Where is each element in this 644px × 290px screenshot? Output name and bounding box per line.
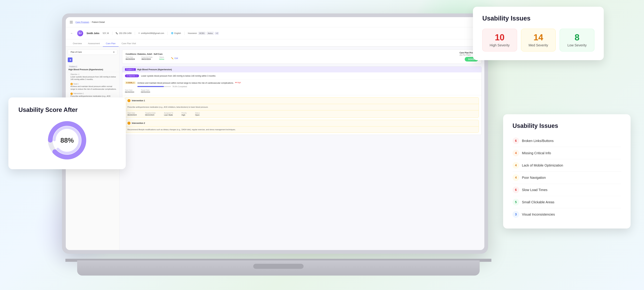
breadcrumb: Care Program / Patient Detail — [76, 21, 105, 23]
issues-list-card: Usability Issues 6 Broken Links/Buttons … — [503, 114, 630, 228]
expected-date-meta: Expected Date 06/22/2024 — [142, 56, 152, 60]
severity-med-num: 14 — [534, 33, 543, 42]
patient-email: ✉ smithjohn086@gmail.com — [138, 32, 164, 35]
laptop-wrapper: Care Program / Patient Detail ← SJ Smith… — [62, 14, 495, 275]
edit-icon: ✏️ — [171, 57, 174, 60]
patient-header: ← SJ Smith John 52Y, M 📞 202-250-1456 ✉ … — [66, 27, 484, 39]
severity-grid: 10 High Severity 14 Med Severity 8 Low S… — [482, 29, 594, 51]
edit-btn[interactable]: ✏️ Edit — [171, 56, 178, 60]
issue-count-0: 6 — [512, 137, 519, 144]
int-assigned: Assigned To Liam Malik — [164, 112, 173, 116]
severity-low-label: Low Severity — [567, 43, 587, 47]
goal-icon: G — [70, 83, 73, 85]
intervention-meta-1: Start Date 06/20/2024 Targeted Date 06/2… — [125, 110, 479, 118]
severity-med-label: Med Severity — [528, 43, 548, 47]
intervention-card-1: ! Intervention 1 Prescribe antihypertens… — [125, 97, 479, 118]
patient-age-gender: 52Y, M — [103, 32, 109, 35]
severity-low: 8 Low Severity — [560, 29, 594, 51]
intervention-title-2: Intervention 2 — [132, 122, 145, 124]
tab-assessment[interactable]: Assessment — [85, 41, 103, 47]
issue-count-6: 3 — [512, 211, 519, 218]
donut-center-text: 88% — [60, 136, 74, 144]
issue-row-2: 4 Lack of Mobile Optimization — [512, 159, 621, 172]
issue-row-1: 4 Missing Critical Info — [512, 147, 621, 159]
usability-card-title: Usability Issues — [482, 15, 594, 22]
phone-icon: 📞 — [116, 32, 118, 34]
issue-count-2: 4 — [512, 162, 519, 169]
problem-card-header: Problem-1: High Blood Pressure (Hyperten… — [122, 67, 482, 72]
intervention-header-1: ! Intervention 1 — [125, 97, 479, 104]
progress-info: Conditions: Diabetes, Adult - Self-Care … — [126, 53, 178, 60]
objective-label: Objective -1 — [70, 73, 116, 76]
email-icon: ✉ — [138, 32, 140, 34]
patient-language: 🌐 English — [171, 32, 181, 35]
patient-name: Smith John — [86, 32, 99, 35]
tabs-bar: Overview Assessment Care Plan Care Plan … — [66, 39, 484, 47]
issue-count-5: 5 — [512, 199, 519, 206]
status-meta: Status Active — [159, 56, 164, 60]
problem-1-id: Problem-1 — [68, 66, 78, 68]
donut-container: 88% — [47, 120, 87, 161]
tab-care-plan[interactable]: Care Plan — [103, 41, 118, 47]
globe-icon: 🌐 — [171, 32, 174, 34]
issue-row-4: 6 Slow Load Times — [512, 184, 621, 196]
chevron-down-icon: ▾ — [113, 51, 114, 53]
breadcrumb-link[interactable]: Care Program — [76, 21, 89, 23]
goal-priority: High — [236, 81, 241, 83]
goal-progress: 78.6% Completed — [137, 85, 234, 88]
issue-row-0: 6 Broken Links/Buttons — [512, 135, 621, 147]
tab-overview[interactable]: Overview — [70, 41, 85, 47]
emr-main: Plan of Care ▾ ◀ Problem-1 High Blood Pr… — [66, 47, 484, 250]
goal-text: Achieve and maintain blood pressure with… — [137, 81, 234, 84]
goal-1-text: Achieve and maintain blood pressure with… — [70, 85, 116, 90]
goal-meta: Start Date 06/20/2024 Target Date 09/20/… — [125, 89, 479, 93]
issue-name-1: Missing Critical Info — [522, 151, 551, 155]
laptop-base — [77, 260, 480, 275]
insurance-plus: +2 — [215, 32, 219, 35]
objective-1-text: Lower systolic blood pressure from 160 m… — [70, 76, 116, 81]
intervention-header-2: ! Intervention 2 — [125, 120, 479, 126]
issue-count-1: 4 — [512, 150, 519, 157]
hamburger-menu[interactable] — [70, 21, 73, 23]
severity-med: 14 Med Severity — [521, 29, 556, 51]
problem-1-title: High Blood Pressure (Hypertension) — [68, 68, 116, 71]
problem-1-header: Problem-1 — [68, 66, 116, 68]
usability-issues-card-top: Usability Issues 10 High Severity 14 Med… — [473, 7, 604, 60]
int-priority: Priority High — [182, 112, 187, 116]
laptop-screen-frame: Care Program / Patient Detail ← SJ Smith… — [62, 14, 488, 254]
intervention-body-1: Prescribe antihypertensive medication (e… — [125, 104, 479, 110]
divider — [168, 32, 168, 35]
laptop-screen: Care Program / Patient Detail ← SJ Smith… — [66, 17, 484, 250]
dot-high — [236, 82, 236, 83]
problem-card-title: High Blood Pressure (Hypertension) — [137, 68, 172, 71]
issue-name-4: Slow Load Times — [522, 188, 548, 192]
goal-pct: 78.6% Completed — [172, 85, 187, 88]
insurance-badge-2: Aetna — [206, 32, 214, 35]
issue-row-6: 3 Visual Inconsistencies — [512, 208, 621, 220]
right-panel: Conditions: Diabetes, Adult - Self-Care … — [120, 47, 484, 250]
donut-wrap: 88% — [18, 120, 116, 161]
insurance-badge-1: BCBS — [198, 32, 206, 35]
breadcrumb-current: Patient Detail — [92, 21, 105, 23]
int-status: Status Open — [195, 112, 200, 116]
severity-high: 10 High Severity — [482, 29, 517, 51]
goal-progress-bar — [137, 86, 171, 87]
problem-card-1: Problem-1: High Blood Pressure (Hyperten… — [122, 66, 482, 135]
goal-start-date: Start Date 06/20/2024 — [125, 89, 134, 93]
tab-care-plan-visit[interactable]: Care Plan Visit — [118, 41, 139, 47]
intervention-card-2: ! Intervention 2 Recommend lifestyle mod… — [125, 120, 479, 133]
plan-selector[interactable]: Plan of Care ▾ — [68, 49, 117, 55]
collapse-button[interactable]: ◀ — [68, 57, 72, 62]
int-targeted: Targeted Date 06/22/2024 — [145, 112, 156, 116]
intervention-icon-badge-2: ! — [128, 122, 130, 125]
int-start: Start Date 06/20/2024 — [128, 112, 137, 116]
left-objective-1: Objective -1 Lower systolic blood pressu… — [66, 72, 119, 82]
emr-app: Care Program / Patient Detail ← SJ Smith… — [66, 17, 484, 250]
objective-row: O Objective -1 Lower systolic blood pres… — [122, 72, 482, 79]
goal-badge: G GOAL-1 — [125, 81, 136, 84]
back-button[interactable]: ← — [70, 31, 74, 35]
intervention-icon-1: ! — [70, 93, 73, 95]
problem-tag: Problem-1: — [125, 68, 136, 71]
issue-name-2: Lack of Mobile Optimization — [522, 164, 563, 167]
objective-text: Lower systolic blood pressure from 160 m… — [141, 75, 216, 77]
